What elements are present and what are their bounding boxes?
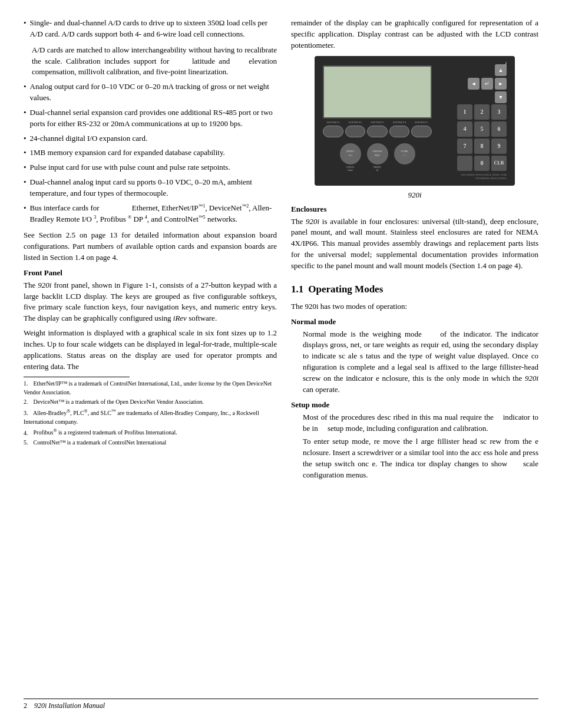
gross-key-wrap: GROSSNET PRINTΩ: [367, 143, 388, 172]
zero-key-wrap: ZERO<0+ UNITSUnits: [340, 143, 361, 172]
key-4[interactable]: 4: [457, 121, 472, 137]
bullet-indent: A/D cards are matched to allow interchan…: [32, 45, 277, 78]
device-image: SOFTKEY1 SOFTKEY2 SOFTKEY3 SOFTKEY4 SOFT…: [315, 56, 515, 186]
section-intro: The 920i has two modes of operation:: [291, 301, 538, 312]
list-item: 1MB memory expansion card for expanded d…: [24, 147, 277, 159]
setup-mode-heading: Setup mode: [291, 400, 538, 410]
list-item: 24-channel digital I/O expansion card.: [24, 133, 277, 144]
list-item: Single- and dual-channel A/D cards to dr…: [24, 18, 277, 40]
nav-right[interactable]: ►: [495, 78, 507, 90]
softkey-label-row: SOFTKEY1 SOFTKEY2 SOFTKEY3 SOFTKEY4 SOFT…: [323, 121, 432, 124]
key-7[interactable]: 7: [457, 139, 472, 154]
zero-key[interactable]: ZERO<0+: [340, 143, 361, 164]
footnote-4: 4. Profibus® is a registered trademark o…: [24, 427, 277, 437]
key-6[interactable]: 6: [491, 121, 507, 137]
tare-key[interactable]: TARE<>: [394, 143, 415, 164]
key-2[interactable]: 2: [474, 104, 490, 120]
doc-title: 920i Installation Manual: [34, 701, 105, 710]
nav-down[interactable]: ▼: [495, 91, 507, 103]
list-item: Pulse input card for use with pulse coun…: [24, 162, 277, 173]
setup-mode-text-2: To enter setup mode, re move the l arge …: [303, 436, 538, 480]
bullet-list: Single- and dual-channel A/D cards to dr…: [24, 18, 277, 40]
display-continue-text: remainder of the display can be graphica…: [291, 18, 538, 51]
nav-row-3: ▼: [495, 91, 507, 103]
enclosures-heading: Enclosures: [291, 205, 538, 214]
key-1[interactable]: 1: [457, 104, 472, 120]
front-panel-heading: Front Panel: [24, 268, 277, 278]
device-screen: [323, 65, 432, 118]
gross-key[interactable]: GROSSNET: [367, 143, 388, 164]
page-footer: 2 920i Installation Manual: [24, 699, 538, 710]
device-image-wrap: SOFTKEY1 SOFTKEY2 SOFTKEY3 SOFTKEY4 SOFT…: [291, 56, 538, 188]
key-8[interactable]: 8: [474, 139, 490, 154]
list-item: Bus interface cards for Ethernet, EtherN…: [24, 203, 277, 225]
softkey-btn-5[interactable]: [411, 126, 432, 137]
footnotes: 1. EtherNet/IP™ is a trademark of Contro…: [24, 380, 277, 447]
key-3[interactable]: 3: [491, 104, 507, 120]
softkey-button-row: [323, 126, 432, 137]
right-column: remainder of the display can be graphica…: [291, 18, 538, 691]
nav-row-2: ◄ ↵ ►: [468, 78, 507, 90]
section-number: 1.1: [291, 284, 303, 295]
page-number: 2: [24, 701, 27, 710]
enclosures-text: The 920i is available in four enclosures…: [291, 216, 538, 272]
section-title: Operating Modes: [308, 284, 383, 295]
esp-logo: ESP SERIES INDUSTRIAL INDICATOROPTIMIZED…: [461, 173, 507, 181]
see-section-text: See Section 2.5 on page 13 for detailed …: [24, 230, 277, 263]
tare-key-wrap: TARE<>: [394, 143, 415, 172]
softkey-btn-3[interactable]: [367, 126, 388, 137]
nav-left[interactable]: ◄: [468, 78, 480, 90]
list-item: Dual-channel serial expansion card provi…: [24, 107, 277, 130]
section-header-row: 1.1 Operating Modes: [291, 278, 538, 299]
softkey-btn-1[interactable]: [323, 126, 343, 137]
device-caption: 920i: [291, 190, 538, 200]
bullet-list-2: Analog output card for 0–10 VDC or 0–20 …: [24, 81, 277, 225]
list-item: Dual-channel analog input card su pports…: [24, 177, 277, 199]
nav-keys: ▲ ◄ ↵ ► ▼: [468, 64, 507, 103]
page: Single- and dual-channel A/D cards to dr…: [0, 0, 562, 728]
footnote-2: 2. DeviceNet™ is a trademark of the Open…: [24, 398, 277, 407]
footnote-5: 5. ControlNet™ is a trademark of Control…: [24, 439, 277, 447]
softkey-btn-4[interactable]: [389, 126, 410, 137]
left-column: Single- and dual-channel A/D cards to dr…: [24, 18, 277, 691]
key-clr[interactable]: CLR: [491, 156, 507, 171]
normal-mode-text: Normal mode is the weighing mode of the …: [303, 329, 538, 396]
softkey-btn-2[interactable]: [345, 126, 366, 137]
key-blank: [457, 156, 472, 171]
brand-label: i: [505, 61, 507, 67]
function-key-row: ZERO<0+ UNITSUnits GROSSNET PRINTΩ: [323, 143, 432, 172]
front-panel-text-1: The 920i front panel, shown in Figure 1-…: [24, 280, 277, 324]
key-9[interactable]: 9: [491, 139, 507, 154]
footnotes-divider: [24, 377, 130, 377]
nav-enter[interactable]: ↵: [481, 78, 493, 90]
footnote-1: 1. EtherNet/IP™ is a trademark of Contro…: [24, 380, 277, 397]
footnote-3: 3. Allen-Bradley®, PLC®, and SLC™ are tr…: [24, 408, 277, 426]
list-item: Analog output card for 0–10 VDC or 0–20 …: [24, 81, 277, 104]
key-0[interactable]: 0: [474, 156, 490, 171]
setup-mode-text-1: Most of the procedures desc ribed in thi…: [303, 412, 538, 434]
normal-mode-heading: Normal mode: [291, 317, 538, 327]
key-5[interactable]: 5: [474, 121, 490, 137]
front-panel-text-2: Weight information is displayed with a g…: [24, 328, 277, 372]
numpad: 1 2 3 4 5 6 7 8 9 0 CLR: [457, 104, 507, 171]
